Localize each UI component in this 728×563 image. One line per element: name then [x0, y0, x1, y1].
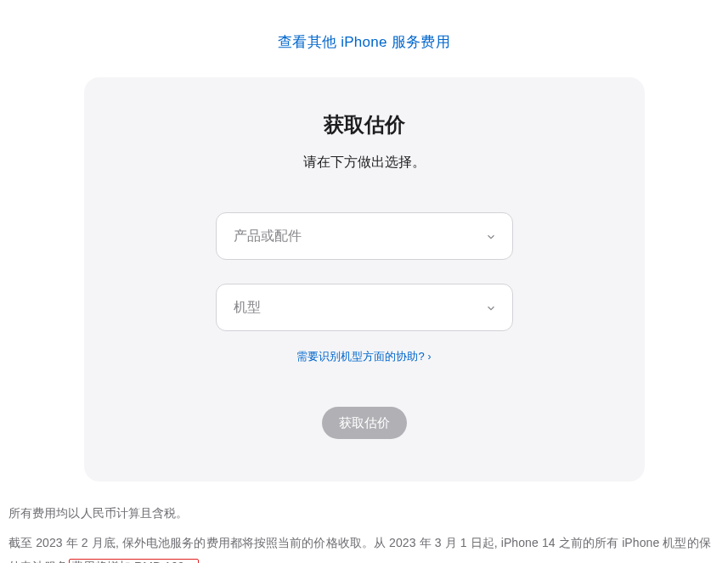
other-services-link[interactable]: 查看其他 iPhone 服务费用 [278, 34, 450, 50]
price-increase-highlight: 费用将增加 RMB 169。 [69, 559, 200, 563]
footer-line-2: 截至 2023 年 2 月底, 保外电池服务的费用都将按照当前的价格收取。从 2… [8, 532, 720, 563]
help-link-label: 需要识别机型方面的协助? [296, 350, 424, 363]
model-select-placeholder: 机型 [234, 299, 261, 317]
chevron-down-icon [485, 302, 495, 312]
help-link-container: 需要识别机型方面的协助?› [118, 348, 611, 364]
estimate-card: 获取估价 请在下方做出选择。 产品或配件 机型 需要识别机型方面的协助?› 获取… [84, 77, 645, 481]
top-other-services-link: 查看其他 iPhone 服务费用 [0, 0, 728, 77]
footer-notes: 所有费用均以人民币计算且含税。 截至 2023 年 2 月底, 保外电池服务的费… [0, 481, 728, 563]
get-estimate-button[interactable]: 获取估价 [322, 407, 407, 439]
product-select[interactable]: 产品或配件 [216, 212, 513, 260]
identify-model-help-link[interactable]: 需要识别机型方面的协助?› [296, 350, 431, 363]
card-subtitle: 请在下方做出选择。 [118, 154, 611, 172]
chevron-down-icon [485, 231, 495, 241]
footer-line-1: 所有费用均以人民币计算且含税。 [8, 502, 720, 525]
card-title: 获取估价 [118, 111, 611, 138]
product-select-placeholder: 产品或配件 [234, 228, 302, 245]
model-select[interactable]: 机型 [216, 284, 513, 331]
chevron-right-icon: › [428, 351, 432, 363]
